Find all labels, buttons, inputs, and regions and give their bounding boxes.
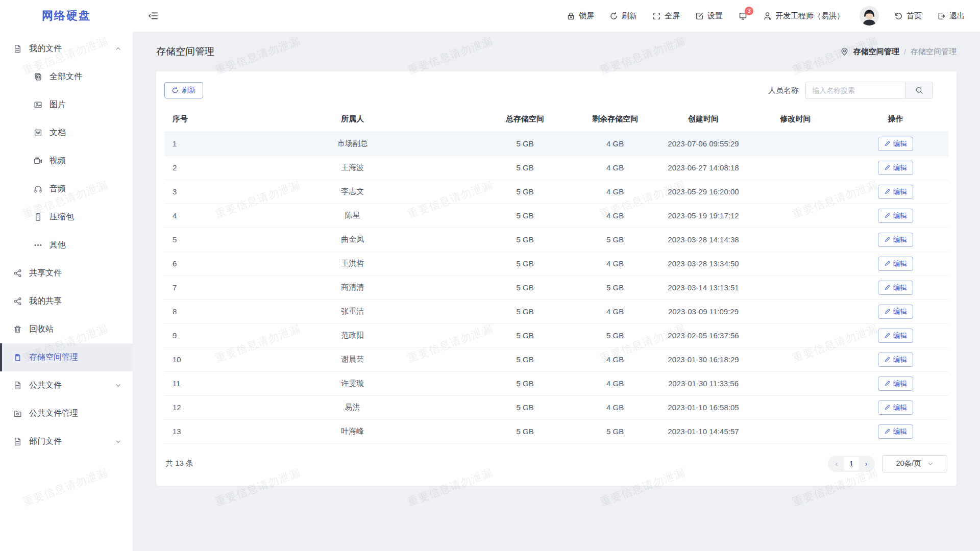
cell-owner: 王洪哲 [227,252,478,276]
fullscreen-button[interactable]: 全屏 [652,11,680,21]
avatar[interactable] [860,6,879,26]
cell-remaining: 5 GB [572,276,658,299]
app-root: 网络硬盘 我的文件全部文件图片文档视频音频压缩包其他共享文件我的共享回收站存储空… [0,0,980,551]
table-row: 1市场副总5 GB4 GB2023-07-06 09:55:29编辑 [164,132,948,156]
share-icon [13,269,22,278]
edit-button[interactable]: 编辑 [878,161,913,175]
fullscreen-icon [652,12,661,20]
edit-button[interactable]: 编辑 [878,400,913,415]
edit-button[interactable]: 编辑 [878,281,913,295]
sidebar-item-audio[interactable]: 音频 [0,175,133,203]
table-body: 1市场副总5 GB4 GB2023-07-06 09:55:29编辑2王海波5 … [164,132,948,443]
edit-button[interactable]: 编辑 [878,233,913,247]
table-header-row: 序号所属人总存储空间剩余存储空间创建时间修改时间操作 [164,107,948,132]
breadcrumb-separator: / [904,47,906,56]
current-page-button[interactable]: 1 [844,457,859,470]
edit-button-label: 编辑 [893,235,907,244]
notifications-button[interactable]: 3 [738,11,748,21]
edit-button[interactable]: 编辑 [878,377,913,391]
edit-button-label: 编辑 [893,211,907,220]
cell-remaining: 4 GB [572,395,658,419]
cell-modified [748,276,842,299]
pencil-icon [884,332,891,339]
cell-remaining: 5 GB [572,419,658,443]
sidebar-collapse-button[interactable] [148,11,158,21]
cell-no: 13 [164,419,227,443]
settings-icon [695,12,704,20]
chevron-down-icon [927,461,934,467]
sidebar-item-public-files[interactable]: 公共文件 [0,371,133,399]
sidebar-item-videos[interactable]: 视频 [0,147,133,175]
lock-screen-label: 锁屏 [579,11,594,21]
search-input[interactable] [805,82,905,99]
cell-no: 10 [164,347,227,371]
pencil-icon [884,284,891,291]
file-text-icon [13,437,22,446]
edit-button[interactable]: 编辑 [878,424,913,439]
table-row: 2王海波5 GB4 GB2023-06-27 14:08:18编辑 [164,156,948,180]
sidebar-item-storage-management[interactable]: 存储空间管理 [0,343,133,371]
sidebar-item-shared-files[interactable]: 共享文件 [0,259,133,287]
lock-screen-button[interactable]: 锁屏 [567,11,594,21]
edit-button[interactable]: 编辑 [878,305,913,319]
col-header-owner: 所属人 [227,107,478,132]
location-pin-icon [840,47,849,56]
cell-total: 5 GB [478,371,572,395]
cell-owner: 易洪 [227,395,478,419]
user-icon [763,12,772,20]
storage-icon [13,353,22,362]
home-label: 首页 [906,11,922,21]
home-button[interactable]: 首页 [894,11,922,21]
sidebar-item-label: 存储空间管理 [29,352,78,363]
sidebar-item-public-files-management[interactable]: 公共文件管理 [0,399,133,428]
content-area: 存储空间管理 存储空间管理 / 存储空间管理 刷新 [133,32,980,551]
edit-button[interactable]: 编辑 [878,209,913,223]
cell-remaining: 5 GB [572,228,658,252]
col-header-no: 序号 [164,107,227,132]
cell-modified [748,156,842,180]
sidebar-item-others[interactable]: 其他 [0,231,133,259]
settings-button[interactable]: 设置 [695,11,723,21]
edit-button[interactable]: 编辑 [878,185,913,199]
edit-button[interactable]: 编辑 [878,257,913,271]
search-button[interactable] [905,82,933,99]
page-size-select[interactable]: 20条/页 [882,455,947,472]
logout-button[interactable]: 退出 [937,11,965,21]
user-menu[interactable]: 开发工程师（易洪） [763,11,844,21]
refresh-page-button[interactable]: 刷新 [609,11,637,21]
prev-page-button[interactable]: ‹ [830,456,843,472]
edit-button[interactable]: 编辑 [878,353,913,367]
ellipsis-icon [34,241,42,249]
cell-created: 2023-01-10 14:45:57 [658,419,749,443]
edit-button[interactable]: 编辑 [878,329,913,343]
fullscreen-label: 全屏 [665,11,680,21]
col-header-modified: 修改时间 [748,107,842,132]
cell-owner: 范政阳 [227,323,478,347]
sidebar-item-archives[interactable]: 压缩包 [0,203,133,231]
pencil-icon [884,236,891,243]
sidebar-item-all-files[interactable]: 全部文件 [0,63,133,91]
sidebar-item-label: 视频 [50,156,66,166]
sidebar-item-label: 音频 [50,184,66,194]
sidebar-item-my-shares[interactable]: 我的共享 [0,287,133,315]
sidebar-item-label: 部门文件 [29,436,62,447]
sidebar-item-my-files[interactable]: 我的文件 [0,35,133,63]
cell-no: 8 [164,299,227,323]
refresh-table-button[interactable]: 刷新 [164,82,203,98]
edit-button-label: 编辑 [893,403,907,412]
cell-created: 2023-07-06 09:55:29 [658,132,749,156]
edit-button-label: 编辑 [893,163,907,172]
breadcrumb: 存储空间管理 / 存储空间管理 [840,47,957,57]
next-page-button[interactable]: › [860,456,872,472]
total-count-label: 共 13 条 [165,459,193,468]
sidebar-item-department-files[interactable]: 部门文件 [0,428,133,456]
sidebar-item-documents[interactable]: 文档 [0,119,133,147]
sidebar-item-recycle-bin[interactable]: 回收站 [0,315,133,343]
refresh-icon [172,87,179,94]
cell-no: 7 [164,276,227,299]
cell-total: 5 GB [478,395,572,419]
sidebar-item-images[interactable]: 图片 [0,91,133,119]
breadcrumb-item-current: 存储空间管理 [911,47,957,57]
cell-created: 2023-03-09 11:09:29 [658,299,749,323]
edit-button[interactable]: 编辑 [878,137,913,151]
